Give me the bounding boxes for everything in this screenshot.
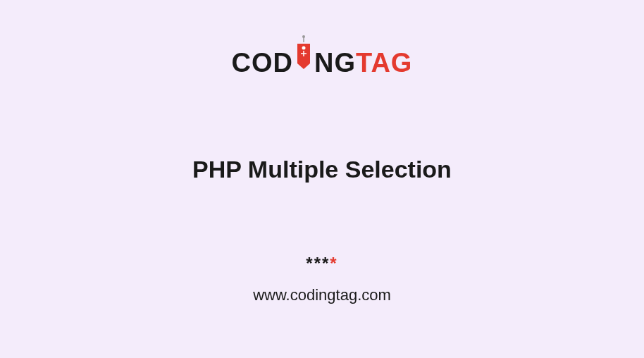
page-title: PHP Multiple Selection: [192, 156, 452, 183]
asterisk-red: *: [330, 254, 338, 273]
tag-icon: [295, 44, 313, 72]
logo-text-ng: NG: [314, 48, 356, 78]
brand-logo: COD NG TAG: [232, 44, 413, 78]
svg-point-0: [302, 35, 305, 38]
svg-point-1: [302, 47, 306, 50]
logo-text-tag: TAG: [356, 48, 412, 78]
asterisk-black: ***: [306, 254, 330, 273]
asterisk-divider: ****: [306, 254, 338, 273]
logo-text-cod: COD: [232, 48, 293, 78]
website-url: www.codingtag.com: [253, 286, 391, 304]
